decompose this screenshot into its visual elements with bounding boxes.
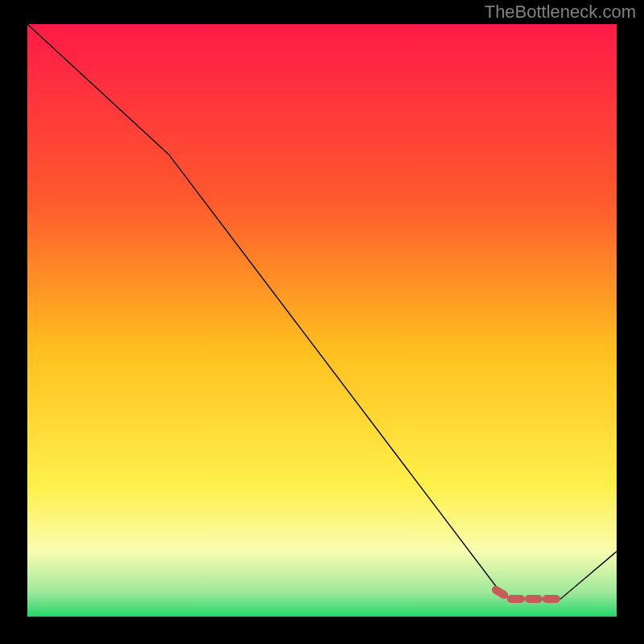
plot-background [27, 24, 617, 617]
attribution-label: TheBottleneck.com [485, 2, 636, 23]
chart-stage: TheBottleneck.com [0, 0, 644, 644]
plot-area [27, 24, 617, 617]
plot-svg [27, 24, 617, 617]
